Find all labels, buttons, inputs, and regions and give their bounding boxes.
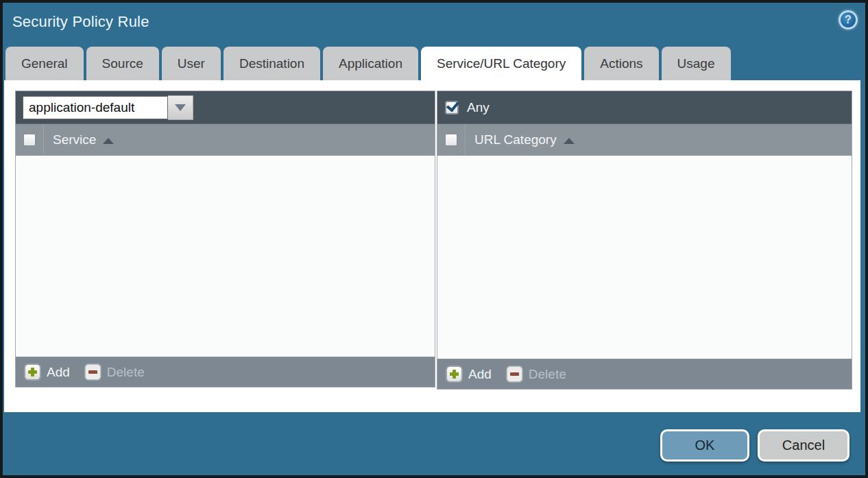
service-select-all-cell [16, 124, 44, 156]
sort-ascending-icon [564, 138, 575, 144]
url-category-footer: Add Delete [437, 359, 852, 389]
url-category-select-all-cell [437, 124, 466, 156]
service-type-dropdown-button[interactable] [168, 95, 193, 120]
minus-icon [507, 366, 522, 382]
url-category-list[interactable] [437, 156, 852, 359]
any-row: Any [444, 100, 490, 115]
tab-user[interactable]: User [162, 47, 221, 81]
url-category-select-all-checkbox[interactable] [445, 134, 457, 146]
url-category-toolbar: Any [437, 91, 852, 124]
url-category-column-header-row: URL Category [437, 124, 852, 156]
url-category-panel: Any URL Category Add [437, 91, 852, 390]
sort-ascending-icon [103, 138, 114, 144]
tab-general[interactable]: General [5, 47, 84, 81]
security-policy-rule-dialog: Security Policy Rule General Source User… [0, 0, 868, 478]
tab-application[interactable]: Application [323, 47, 418, 81]
ok-button[interactable]: OK [660, 429, 749, 462]
service-column-header[interactable]: Service [53, 132, 96, 147]
url-category-add-button[interactable]: Add [446, 366, 492, 382]
tab-usage[interactable]: Usage [662, 47, 731, 81]
tab-bar: General Source User Destination Applicat… [5, 47, 731, 81]
service-panel: Service Add Delete [15, 91, 435, 387]
tab-service-url-category[interactable]: Service/URL Category [421, 47, 581, 81]
service-list[interactable] [16, 156, 435, 357]
minus-icon [85, 364, 101, 380]
plus-icon [25, 364, 40, 380]
tab-actions[interactable]: Actions [584, 47, 658, 81]
any-checkbox[interactable] [446, 101, 458, 114]
service-type-input[interactable] [23, 96, 168, 119]
service-column-header-row: Service [16, 124, 435, 156]
any-label: Any [467, 100, 490, 115]
tab-destination[interactable]: Destination [224, 47, 320, 81]
service-add-button[interactable]: Add [25, 364, 70, 380]
plus-icon [446, 366, 462, 382]
help-icon[interactable] [839, 10, 858, 29]
url-category-column-header[interactable]: URL Category [474, 132, 557, 147]
service-select-all-checkbox[interactable] [23, 134, 36, 146]
tab-content-area: Service Add Delete [4, 80, 860, 412]
chevron-down-icon [175, 104, 186, 111]
service-delete-button[interactable]: Delete [85, 364, 145, 380]
service-type-combobox [23, 95, 193, 120]
dialog-title: Security Policy Rule [12, 13, 149, 31]
service-footer: Add Delete [16, 357, 435, 387]
tab-source[interactable]: Source [86, 47, 159, 81]
service-toolbar [16, 91, 435, 124]
url-category-delete-button[interactable]: Delete [507, 366, 566, 382]
cancel-button[interactable]: Cancel [758, 429, 849, 462]
